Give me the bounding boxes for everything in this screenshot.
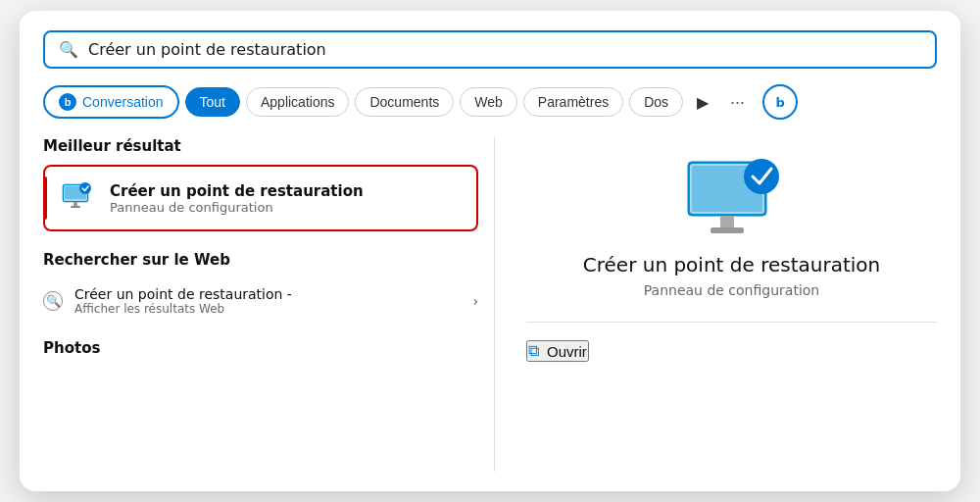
svg-rect-9 (720, 216, 734, 227)
more-button[interactable]: ··· (722, 88, 753, 117)
bing-circle-icon: b (775, 95, 784, 110)
result-subtitle: Panneau de configuration (110, 200, 364, 215)
divider (526, 322, 937, 323)
search-bar: 🔍 (43, 30, 937, 69)
tab-parametres-label: Paramètres (538, 94, 609, 110)
web-item-subtitle: Afficher les résultats Web (74, 302, 292, 316)
tab-parametres[interactable]: Paramètres (523, 87, 623, 117)
tab-documents[interactable]: Documents (355, 87, 454, 117)
bing-circle-button[interactable]: b (762, 84, 798, 120)
search-icon: 🔍 (59, 40, 78, 59)
filter-tabs: b Conversation Tout Applications Documen… (43, 84, 937, 120)
left-panel: Meilleur résultat (43, 137, 494, 472)
tab-web-label: Web (474, 94, 503, 110)
photos-section: Photos (43, 339, 478, 357)
svg-rect-4 (71, 206, 80, 208)
web-item-text: Créer un point de restauration - Affiche… (74, 286, 292, 316)
accent-bar (43, 176, 47, 220)
result-info: Créer un point de restauration Panneau d… (110, 182, 364, 215)
result-title: Créer un point de restauration (110, 182, 364, 200)
main-content: Meilleur résultat (43, 137, 937, 472)
tab-web[interactable]: Web (460, 87, 517, 117)
tab-documents-label: Documents (369, 94, 439, 110)
tab-tout-label: Tout (200, 94, 225, 110)
open-label: Ouvrir (547, 343, 587, 360)
tab-applications[interactable]: Applications (246, 87, 350, 117)
web-search-section: Rechercher sur le Web 🔍 Créer un point d… (43, 251, 478, 324)
web-search-title: Rechercher sur le Web (43, 251, 478, 269)
tab-dos[interactable]: Dos (629, 87, 683, 117)
web-search-item[interactable]: 🔍 Créer un point de restauration - Affic… (43, 278, 478, 324)
tab-conversation[interactable]: b Conversation (43, 85, 179, 119)
svg-point-5 (79, 182, 91, 194)
search-panel: 🔍 b Conversation Tout Applications Docum… (20, 11, 960, 491)
web-item-title: Créer un point de restauration - (74, 286, 292, 302)
svg-rect-10 (710, 227, 744, 233)
play-button[interactable]: ▶ (689, 89, 716, 116)
bing-icon-conversation: b (59, 93, 76, 111)
tab-applications-label: Applications (261, 94, 335, 110)
detail-title: Créer un point de restauration (583, 253, 880, 276)
detail-subtitle: Panneau de configuration (644, 282, 819, 298)
svg-point-11 (744, 159, 779, 194)
open-button[interactable]: ⧉ Ouvrir (526, 340, 589, 362)
photos-title: Photos (43, 339, 478, 357)
svg-rect-3 (74, 202, 77, 206)
web-search-icon: 🔍 (43, 291, 63, 311)
open-link-icon: ⧉ (528, 342, 539, 360)
web-item-arrow-icon: › (472, 293, 478, 309)
tab-tout[interactable]: Tout (185, 87, 240, 117)
detail-image (683, 157, 781, 235)
right-panel: Créer un point de restauration Panneau d… (494, 137, 937, 472)
tab-conversation-label: Conversation (82, 94, 164, 110)
tab-dos-label: Dos (644, 94, 668, 110)
best-result-card[interactable]: Créer un point de restauration Panneau d… (43, 165, 478, 231)
best-result-title: Meilleur résultat (43, 137, 478, 155)
search-input[interactable] (88, 40, 921, 59)
monitor-icon (61, 180, 96, 216)
